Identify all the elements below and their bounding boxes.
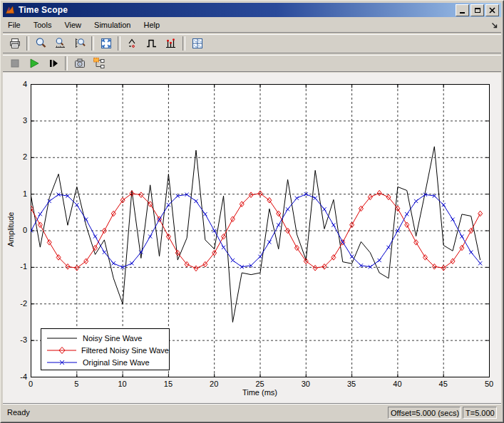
close-icon xyxy=(489,7,495,14)
toolbar-separator xyxy=(65,56,68,70)
close-button[interactable] xyxy=(485,4,499,16)
legend[interactable]: Noisy Sine WaveFiltered Noisy Sine WaveO… xyxy=(41,328,170,370)
peak-markers-icon xyxy=(126,37,139,50)
x-tick-label: 20 xyxy=(203,380,225,388)
minimize-icon xyxy=(460,12,465,14)
legend-label: Filtered Noisy Sine Wave xyxy=(81,346,169,355)
toolbar-separator xyxy=(91,36,94,51)
snapshot-camera-icon xyxy=(73,57,86,70)
legend-label: Noisy Sine Wave xyxy=(83,334,142,343)
layout-grid-icon xyxy=(191,37,204,50)
time-value: T=5.000 xyxy=(466,409,495,417)
peak-markers-button[interactable] xyxy=(123,34,142,53)
print-icon xyxy=(9,37,21,50)
zoom-in-icon xyxy=(35,37,48,50)
highlight-block-button[interactable] xyxy=(89,54,108,73)
x-tick-label: 10 xyxy=(112,380,133,388)
window-title: Time Scope xyxy=(19,5,68,15)
time-scope-window: Time Scope File Tools View Simulation He… xyxy=(0,0,504,423)
snapshot-button[interactable] xyxy=(70,54,89,73)
maximize-icon xyxy=(475,8,480,13)
print-button[interactable] xyxy=(5,34,24,53)
minimize-button[interactable] xyxy=(456,4,469,16)
toolbar-separator xyxy=(118,36,120,51)
legend-entry: Noisy Sine Wave xyxy=(41,332,169,344)
scale-axes-button[interactable] xyxy=(96,34,115,53)
legend-line-sample xyxy=(46,358,78,367)
pulse-button[interactable] xyxy=(142,34,161,53)
menu-item-tools[interactable]: Tools xyxy=(29,19,57,31)
x-tick-label: 15 xyxy=(158,380,179,388)
y-tick-label: 3 xyxy=(4,116,27,125)
status-bar: Ready Offset=5.000 (secs) T=5.000 xyxy=(3,404,501,420)
x-tick-label: 40 xyxy=(386,380,408,388)
status-time: T=5.000 xyxy=(463,407,497,419)
x-tick-label: 5 xyxy=(66,380,87,388)
menu-item-view[interactable]: View xyxy=(59,19,86,31)
title-bar[interactable]: Time Scope xyxy=(3,3,501,17)
legend-label: Original Sine Wave xyxy=(83,358,150,367)
dock-arrow-icon[interactable] xyxy=(491,22,498,29)
legend-line-sample xyxy=(46,334,78,343)
stop-icon xyxy=(9,57,21,70)
zoom-y-button[interactable] xyxy=(70,34,89,53)
toolbar-separator xyxy=(182,36,185,51)
y-tick-label: -2 xyxy=(4,299,27,308)
x-tick-label: 50 xyxy=(478,380,500,388)
stem-plot-icon xyxy=(165,37,178,50)
x-axis-label: Time (ms) xyxy=(31,388,489,397)
zoom-x-icon xyxy=(54,37,67,50)
x-tick-label: 25 xyxy=(250,380,271,388)
window-controls xyxy=(456,4,499,16)
highlight-simulink-block-icon xyxy=(93,57,106,70)
matlab-logo-icon xyxy=(5,5,16,16)
play-icon xyxy=(28,57,41,70)
status-message: Ready xyxy=(7,408,30,417)
main-toolbar xyxy=(3,34,501,52)
y-tick-label: 4 xyxy=(4,80,27,88)
x-tick-label: 35 xyxy=(341,380,362,388)
zoom-y-icon xyxy=(73,37,86,50)
play-button[interactable] xyxy=(24,54,43,73)
toolbar-separator xyxy=(26,36,29,51)
offset-value: Offset=5.000 (secs) xyxy=(391,409,459,417)
step-forward-icon xyxy=(47,57,60,70)
status-offset: Offset=5.000 (secs) xyxy=(388,407,461,419)
legend-entry: Filtered Noisy Sine Wave xyxy=(41,344,169,356)
y-axis-label: Amplitude xyxy=(6,194,16,265)
x-tick-label: 0 xyxy=(20,380,41,388)
legend-line-sample xyxy=(46,346,76,355)
menu-bar: File Tools View Simulation Help xyxy=(3,18,501,32)
zoom-in-button[interactable] xyxy=(31,34,51,53)
stop-button[interactable] xyxy=(5,54,24,73)
layout-grid-button[interactable] xyxy=(187,34,207,53)
stem-plot-button[interactable] xyxy=(161,34,180,53)
simulation-toolbar xyxy=(3,54,501,72)
maximize-button[interactable] xyxy=(470,4,484,16)
y-tick-label: -3 xyxy=(4,335,27,344)
step-forward-button[interactable] xyxy=(43,54,63,73)
menu-item-file[interactable]: File xyxy=(3,19,26,31)
x-tick-label: 30 xyxy=(295,380,317,388)
menu-item-help[interactable]: Help xyxy=(138,19,165,31)
zoom-x-button[interactable] xyxy=(51,34,70,53)
x-tick-label: 45 xyxy=(433,380,454,388)
menu-item-simulation[interactable]: Simulation xyxy=(89,19,135,31)
y-tick-label: 2 xyxy=(4,152,27,161)
scale-axes-icon xyxy=(100,37,113,50)
y-tick-label: -4 xyxy=(4,372,27,381)
pulse-icon xyxy=(145,37,158,50)
legend-entry: Original Sine Wave xyxy=(41,356,169,368)
